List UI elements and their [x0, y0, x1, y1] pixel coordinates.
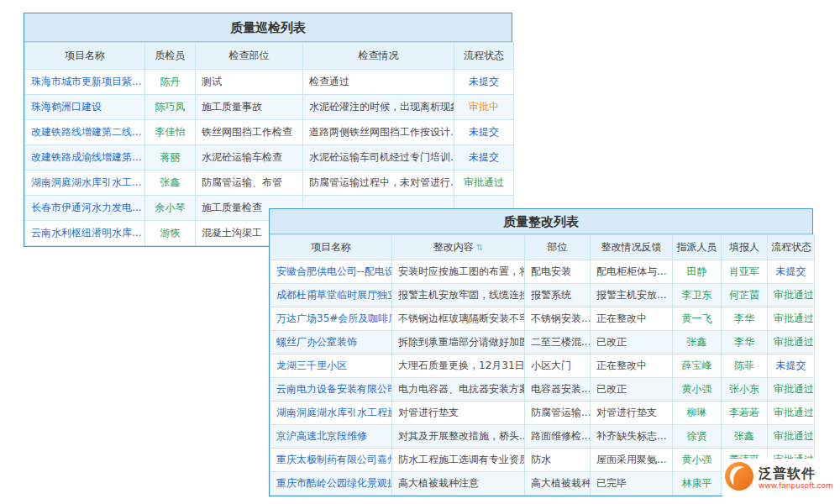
feedback-cell: 屋面采用聚氨... [591, 449, 673, 472]
watermark-url: www.fanpusoft.com [759, 481, 833, 490]
status-badge: 审批通过 [768, 425, 815, 449]
table-row[interactable]: 改建铁路成渝线增建第... 蒋丽 水泥砼运输车检查 水泥砼运输车司机经过专门培训… [25, 145, 514, 171]
inspector-cell: 李佳怡 [145, 120, 196, 145]
fanpusoft-logo-icon [724, 461, 754, 495]
col-check-part: 检查部位 [196, 43, 303, 70]
watermark-brand: 泛普软件 [759, 466, 833, 481]
project-name-cell[interactable]: 京沪高速北京段维修 [270, 425, 392, 449]
table-row[interactable]: 湖南洞庭湖水库引水工程施工... 对管进行垫支 防腐管运输... 对管进行垫支 … [270, 402, 815, 425]
rectify-content-cell: 不锈钢边框玻璃隔断安装不牢... [392, 307, 525, 331]
inspector-cell: 余小琴 [145, 196, 196, 221]
status-badge: 审批通过 [768, 402, 815, 425]
assignee-cell: 张鑫 [673, 331, 722, 354]
filler-cell: 李华 [722, 307, 768, 331]
col-project-name: 项目名称 [25, 43, 145, 70]
col-flow-status: 流程状态 [768, 235, 815, 260]
feedback-cell: 配电柜柜体与... [591, 260, 673, 284]
rectify-content-cell: 拆除到承重墙部分请做好加固... [392, 331, 525, 354]
table-row[interactable]: 成都杜甫草堂临时展厅独立展... 报警主机安放牢固，线缆连接... 报警系统 报… [270, 284, 815, 307]
rectify-content-cell: 报警主机安放牢固，线缆连接... [392, 284, 525, 307]
filler-cell: 陈菲 [722, 354, 768, 378]
header-row: 项目名称 整改内容⇅ 部位 整改情况反馈 指派人员 填报人 流程状态 [270, 235, 815, 260]
fanpusoft-watermark: 泛普软件 www.fanpusoft.com [722, 459, 837, 497]
part-cell: 防腐管运输... [525, 402, 591, 425]
filler-cell: 李华 [722, 331, 768, 354]
project-name-cell[interactable]: 螺丝厂办公室装饰 [270, 331, 392, 354]
feedback-cell: 已改正 [591, 378, 673, 402]
header-row: 项目名称 质检员 检查部位 检查情况 流程状态 [25, 43, 514, 70]
status-badge: 未提交 [454, 70, 514, 95]
part-cell: 高大植被栽种 [525, 472, 591, 496]
part-cell: 电容器安装... [525, 378, 591, 402]
table-row[interactable]: 改建铁路线增建第二线... 李佳怡 铁丝网围挡工作检查 道路两侧铁丝网围挡工作按… [25, 120, 514, 145]
assignee-cell: 黄一飞 [673, 307, 722, 331]
check-situation-cell: 道路两侧铁丝网围挡工作按设计... [303, 120, 454, 145]
table-row[interactable]: 珠海市城市更新项目紫... 陈丹 测试 检查通过 未提交 [25, 70, 514, 95]
project-name-cell[interactable]: 万达广场35#会所及咖啡厅空... [270, 307, 392, 331]
project-name-cell[interactable]: 成都杜甫草堂临时展厅独立展... [270, 284, 392, 307]
project-name-cell[interactable]: 湖南洞庭湖水库引水工... [25, 171, 145, 196]
col-flow-status: 流程状态 [454, 43, 514, 70]
status-badge: 未提交 [454, 120, 514, 145]
col-check-situation: 检查情况 [303, 43, 454, 70]
project-name-cell[interactable]: 长春市伊通河水力发电... [25, 196, 145, 221]
table-row[interactable]: 万达广场35#会所及咖啡厅空... 不锈钢边框玻璃隔断安装不牢... 不锈钢安装… [270, 307, 815, 331]
project-name-cell[interactable]: 改建铁路线增建第二线... [25, 120, 145, 145]
rectify-content-cell: 高大植被栽种注意 [392, 472, 525, 496]
filler-cell: 何芷茵 [722, 284, 768, 307]
filler-cell: 张小东 [722, 378, 768, 402]
project-name-cell[interactable]: 珠海市城市更新项目紫... [25, 70, 145, 95]
assignee-cell: 田静 [673, 260, 722, 284]
check-situation-cell: 水泥砼灌注的时候，出现离析现象 [303, 95, 454, 120]
check-part-cell: 施工质量事故 [196, 95, 303, 120]
assignee-cell: 徐贤 [673, 425, 722, 449]
sort-icon[interactable]: ⇅ [476, 243, 483, 252]
project-name-cell[interactable]: 龙湖三千里小区 [270, 354, 392, 378]
status-badge: 审批通过 [768, 284, 815, 307]
project-name-cell[interactable]: 改建铁路成渝线增建第... [25, 145, 145, 171]
project-name-cell[interactable]: 湖南洞庭湖水库引水工程施工... [270, 402, 392, 425]
table-row[interactable]: 珠海鹤洲口建设 陈巧凤 施工质量事故 水泥砼灌注的时候，出现离析现象 审批中 [25, 95, 514, 120]
rectify-content-cell: 对管进行垫支 [392, 402, 525, 425]
feedback-cell: 已完毕 [591, 472, 673, 496]
project-name-cell[interactable]: 珠海鹤洲口建设 [25, 95, 145, 120]
inspector-cell: 游恢 [145, 221, 196, 246]
check-situation-cell: 防腐管运输过程中，未对管进行... [303, 171, 454, 196]
status-badge: 审批通过 [768, 331, 815, 354]
project-name-cell[interactable]: 云南水利枢纽潜明水库... [25, 221, 145, 246]
part-cell: 配电安装 [525, 260, 591, 284]
table-row[interactable]: 龙湖三千里小区 大理石质量更换，12月31日之... 小区大门 正在整改中 薛宝… [270, 354, 815, 378]
status-badge: 审批通过 [768, 378, 815, 402]
part-cell: 小区大门 [525, 354, 591, 378]
inspector-cell: 陈丹 [145, 70, 196, 95]
part-cell: 报警系统 [525, 284, 591, 307]
col-rectify-content-label: 整改内容 [433, 241, 474, 253]
check-part-cell: 铁丝网围挡工作检查 [196, 120, 303, 145]
project-name-cell[interactable]: 安徽合肥供电公司--配电设备... [270, 260, 392, 284]
col-part: 部位 [525, 235, 591, 260]
rectification-table: 项目名称 整改内容⇅ 部位 整改情况反馈 指派人员 填报人 流程状态 安徽合肥供… [270, 234, 815, 496]
feedback-cell: 报警主机安放... [591, 284, 673, 307]
rectify-content-cell: 电力电容器、电抗器安装方案,... [392, 378, 525, 402]
status-badge: 审批通过 [454, 171, 514, 196]
col-rectify-content[interactable]: 整改内容⇅ [392, 235, 525, 260]
feedback-cell: 补齐缺失标志... [591, 425, 673, 449]
check-part-cell: 防腐管运输、布管 [196, 171, 303, 196]
table-row[interactable]: 安徽合肥供电公司--配电设备... 安装时应按施工图的布置，将... 配电安装 … [270, 260, 815, 284]
rectify-content-cell: 安装时应按施工图的布置，将... [392, 260, 525, 284]
rectification-table-title: 质量整改列表 [270, 209, 812, 234]
status-badge: 审批中 [454, 95, 514, 120]
table-row[interactable]: 云南电力设备安装有限公司20... 电力电容器、电抗器安装方案,... 电容器安… [270, 378, 815, 402]
project-name-cell[interactable]: 重庆市酷岭公园绿化景观提升... [270, 472, 392, 496]
assignee-cell: 林康平 [673, 472, 722, 496]
table-row[interactable]: 京沪高速北京段维修 对其及开展整改措施，桥头... 路面维修检... 补齐缺失标… [270, 425, 815, 449]
table-row[interactable]: 螺丝厂办公室装饰 拆除到承重墙部分请做好加固... 二至三楼混... 已改正 张… [270, 331, 815, 354]
project-name-cell[interactable]: 重庆太极制药有限公司嘉州中... [270, 449, 392, 472]
inspector-cell: 陈巧凤 [145, 95, 196, 120]
table-row[interactable]: 湖南洞庭湖水库引水工... 张鑫 防腐管运输、布管 防腐管运输过程中，未对管进行… [25, 171, 514, 196]
inspection-table-title: 质量巡检列表 [24, 13, 512, 42]
feedback-cell: 对管进行垫支 [591, 402, 673, 425]
filler-cell: 张鑫 [722, 425, 768, 449]
project-name-cell[interactable]: 云南电力设备安装有限公司20... [270, 378, 392, 402]
status-badge: 未提交 [768, 354, 815, 378]
